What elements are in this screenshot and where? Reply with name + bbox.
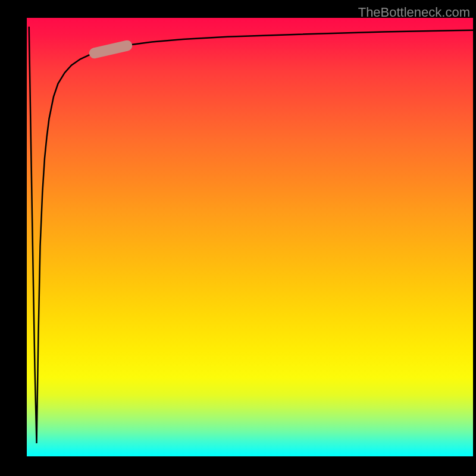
curve-svg: [27, 18, 473, 456]
plot-area: [27, 18, 473, 456]
bottleneck-curve: [29, 27, 473, 443]
y-axis: [0, 18, 27, 456]
axis-corner: [0, 0, 27, 18]
watermark-text: TheBottleneck.com: [358, 5, 470, 20]
x-axis: [0, 456, 476, 476]
chart-container: TheBottleneck.com: [0, 0, 476, 476]
